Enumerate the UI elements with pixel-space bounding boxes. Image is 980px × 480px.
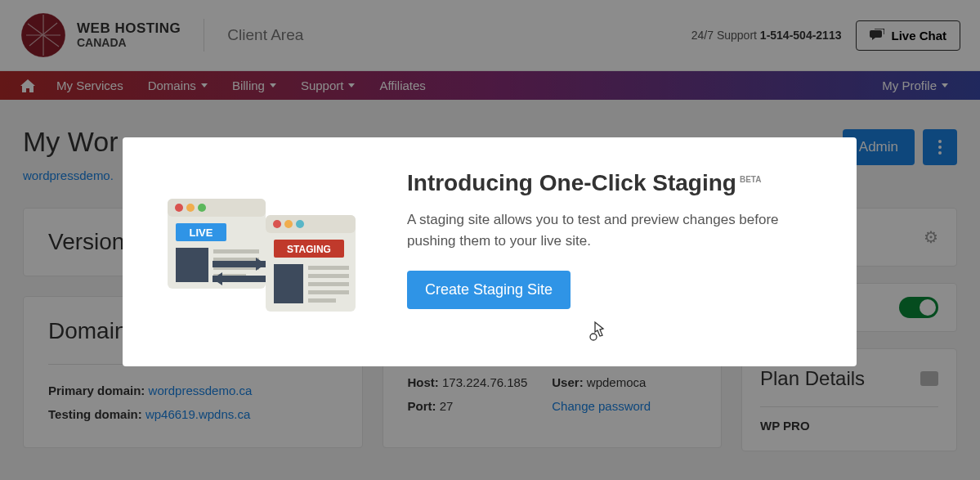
svg-rect-21 bbox=[274, 264, 303, 303]
svg-point-17 bbox=[284, 220, 293, 228]
staging-modal: LIVE STAGING Introducing One-Click Stagi… bbox=[123, 137, 857, 366]
svg-text:LIVE: LIVE bbox=[190, 227, 213, 239]
beta-badge: BETA bbox=[740, 175, 761, 184]
svg-rect-9 bbox=[176, 248, 208, 282]
svg-point-5 bbox=[186, 204, 195, 212]
svg-rect-10 bbox=[213, 249, 259, 253]
svg-rect-26 bbox=[308, 298, 336, 303]
svg-point-18 bbox=[296, 220, 304, 228]
modal-title: Introducing One-Click StagingBETA bbox=[407, 170, 821, 196]
create-staging-button[interactable]: Create Staging Site bbox=[407, 271, 571, 309]
modal-illustration: LIVE STAGING bbox=[155, 170, 368, 334]
svg-point-4 bbox=[175, 204, 183, 212]
svg-rect-22 bbox=[308, 266, 349, 270]
svg-rect-24 bbox=[308, 282, 349, 286]
svg-point-16 bbox=[273, 220, 281, 228]
svg-point-6 bbox=[198, 204, 206, 212]
svg-rect-23 bbox=[308, 274, 349, 278]
svg-text:STAGING: STAGING bbox=[287, 244, 331, 255]
svg-rect-25 bbox=[308, 290, 349, 294]
modal-description: A staging site allows you to test and pr… bbox=[407, 209, 821, 251]
